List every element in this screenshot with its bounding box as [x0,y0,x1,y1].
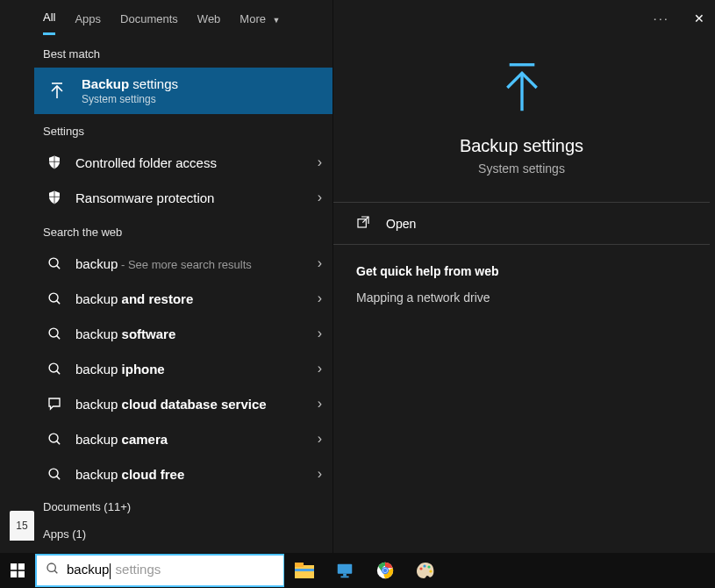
svg-line-15 [56,441,60,444]
settings-item-ransomware[interactable]: Ransomware protection › [34,180,332,215]
section-documents[interactable]: Documents (11+) [34,491,332,519]
svg-point-16 [49,469,58,477]
svg-point-41 [429,570,432,572]
svg-point-10 [49,328,58,337]
section-settings: Settings [34,114,332,145]
svg-rect-33 [340,576,348,577]
chevron-right-icon: › [318,431,322,447]
chevron-right-icon: › [318,466,322,482]
svg-point-6 [49,258,58,267]
chat-icon [45,394,64,413]
svg-rect-30 [295,569,314,571]
taskbar-paint[interactable] [405,553,446,588]
detail-pane: Backup settings System settings Open Get… [332,0,710,553]
svg-point-40 [427,565,430,568]
start-button[interactable] [0,553,35,588]
search-icon [45,254,64,273]
svg-rect-32 [343,574,347,577]
svg-point-14 [49,434,58,442]
search-icon [45,429,64,448]
web-suggestion[interactable]: backup camera› [34,421,332,456]
svg-point-39 [423,564,425,567]
section-search-web: Search the web [34,215,332,246]
tab-more[interactable]: More ▼ [240,12,280,34]
web-suggestion[interactable]: backup cloud free› [34,456,332,491]
svg-point-37 [383,569,388,573]
svg-line-27 [54,570,57,573]
svg-rect-28 [295,565,314,578]
open-button[interactable]: Open [333,202,710,244]
svg-rect-31 [338,564,353,574]
search-icon [45,289,64,308]
svg-line-7 [56,265,60,269]
svg-point-12 [49,363,58,372]
svg-rect-22 [11,563,17,570]
palette-icon [415,561,436,580]
section-apps[interactable]: Apps (1) [34,519,332,546]
web-suggestion[interactable]: backup software› [34,316,332,351]
backup-icon [491,57,553,118]
svg-point-26 [47,563,55,571]
chevron-right-icon: › [318,190,322,205]
notif-count: 15 [16,520,27,532]
svg-line-9 [56,300,60,304]
close-icon[interactable]: ✕ [694,11,704,25]
tab-documents[interactable]: Documents [120,12,178,34]
chevron-right-icon: › [318,326,322,341]
quick-help-item[interactable]: Mapping a network drive [356,290,687,305]
best-match-item[interactable]: Backup settings System settings [34,68,332,114]
search-icon [46,562,60,579]
search-icon [45,324,64,343]
taskbar-search[interactable]: backup settings [35,554,284,587]
search-icon [45,464,64,484]
settings-item-controlled-folder[interactable]: Controlled folder access › [34,145,332,180]
chevron-right-icon: › [318,255,322,271]
svg-rect-23 [18,563,25,570]
detail-subtitle: System settings [478,161,565,176]
web-suggestion[interactable]: backup cloud database service› [34,386,332,421]
search-typed: backup [67,562,109,577]
taskbar-explorer[interactable] [284,553,325,588]
web-suggestion[interactable]: backup and restore› [34,281,332,316]
open-icon [356,215,370,232]
shield-icon [45,153,64,172]
svg-line-21 [362,217,368,223]
svg-rect-25 [18,571,25,577]
web-suggestion[interactable]: backup iphone› [34,351,332,386]
quick-help-title: Get quick help from web [356,264,687,278]
monitor-icon [335,561,354,580]
detail-title: Backup settings [460,136,583,156]
search-icon [45,359,64,378]
shield-icon [45,188,64,207]
svg-point-8 [49,293,58,302]
results-column: All Apps Documents Web More ▼ ··· ✕ Best… [34,0,332,553]
notification-tab[interactable]: 15 [10,511,34,541]
tab-web[interactable]: Web [197,12,221,34]
chevron-right-icon: › [318,396,322,412]
best-match-title: Backup settings [82,76,178,91]
taskbar: backup settings [0,553,715,588]
chevron-down-icon: ▼ [273,16,281,25]
tab-all[interactable]: All [43,11,55,35]
svg-line-17 [56,476,60,479]
chrome-icon [375,561,395,580]
chevron-right-icon: › [318,361,322,376]
svg-point-38 [419,567,422,570]
section-best-match: Best match [34,37,332,68]
svg-line-13 [56,370,60,374]
search-hint: settings [111,562,161,577]
chevron-right-icon: › [318,290,322,306]
more-options-icon[interactable]: ··· [653,11,669,25]
best-match-subtitle: System settings [82,93,178,105]
web-suggestion[interactable]: backup - See more search results› [34,246,332,281]
svg-line-11 [56,335,60,339]
windows-icon [11,563,25,577]
folder-icon [294,562,315,579]
taskbar-chrome[interactable] [365,553,405,588]
taskbar-edge[interactable] [325,553,365,588]
tab-apps[interactable]: Apps [75,12,101,34]
chevron-right-icon: › [318,154,322,170]
svg-rect-29 [295,563,304,567]
scope-tabs: All Apps Documents Web More ▼ ··· ✕ [34,0,332,37]
svg-rect-24 [11,571,17,577]
